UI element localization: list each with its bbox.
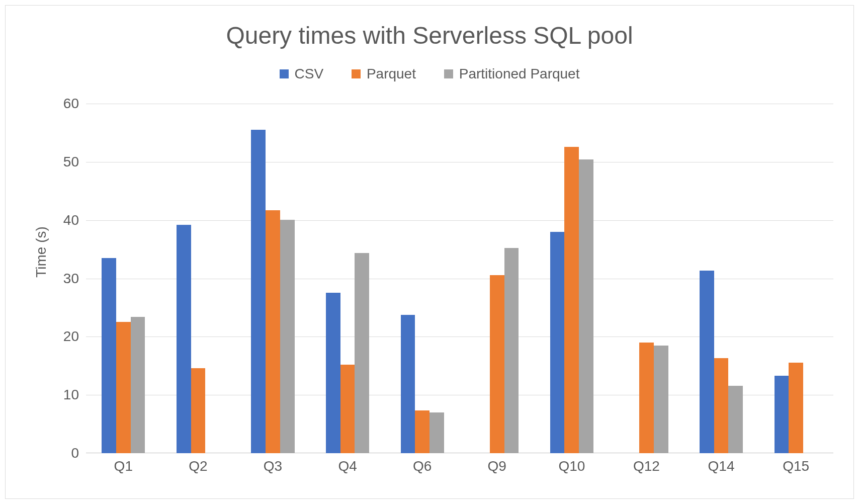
bar [550, 232, 565, 453]
y-tick-label: 60 [49, 96, 79, 112]
bar-group [385, 104, 460, 453]
x-tick-label: Q14 [684, 458, 759, 474]
y-tick-label: 10 [49, 387, 79, 403]
bar [728, 386, 743, 453]
bar-group [684, 104, 759, 453]
chart-legend: CSV Parquet Partitioned Parquet [6, 66, 853, 82]
legend-swatch-icon [444, 69, 453, 78]
bar [639, 343, 654, 453]
bar [789, 363, 803, 453]
bar-group [86, 104, 161, 453]
x-tick-label: Q12 [609, 458, 684, 474]
bar [116, 322, 131, 453]
bar [131, 317, 145, 453]
bar [280, 220, 295, 453]
bar [355, 253, 369, 453]
bar-group [609, 104, 684, 453]
bar [714, 358, 729, 453]
bar [326, 293, 340, 453]
y-tick-label: 0 [49, 445, 79, 461]
bar [340, 365, 355, 453]
x-tick-label: Q10 [535, 458, 610, 474]
columns [86, 104, 833, 453]
x-tick-label: Q6 [385, 458, 460, 474]
bar [401, 315, 415, 453]
x-tick-label: Q15 [758, 458, 833, 474]
y-tick-label: 40 [49, 212, 79, 228]
x-tick-label: Q2 [161, 458, 236, 474]
plot-area: 0102030405060Q1Q2Q3Q4Q6Q9Q10Q12Q14Q15 [86, 104, 833, 453]
bar [415, 410, 429, 453]
legend-item-csv: CSV [280, 66, 324, 82]
bar [775, 376, 789, 453]
bar [266, 210, 280, 453]
bar [700, 271, 714, 453]
legend-item-partitioned-parquet: Partitioned Parquet [444, 66, 580, 82]
legend-swatch-icon [280, 69, 289, 78]
legend-label: CSV [295, 66, 324, 82]
bar-group [535, 104, 610, 453]
legend-label: Parquet [367, 66, 416, 82]
bar [490, 275, 504, 453]
y-tick-label: 20 [49, 328, 79, 345]
legend-swatch-icon [352, 69, 361, 78]
bar [251, 130, 266, 453]
y-axis-label: Time (s) [33, 226, 49, 278]
x-tick-label: Q1 [86, 458, 161, 474]
chart-frame: Query times with Serverless SQL pool CSV… [5, 5, 854, 499]
bar [102, 258, 116, 453]
bar [579, 159, 593, 453]
bar [504, 248, 519, 453]
x-tick-label: Q4 [310, 458, 385, 474]
y-tick-label: 30 [49, 271, 79, 287]
bar-group [758, 104, 833, 453]
bar-group [460, 104, 535, 453]
bar [429, 412, 444, 453]
x-tick-label: Q3 [235, 458, 310, 474]
bar-group [161, 104, 236, 453]
bar [177, 225, 191, 453]
x-tick-label: Q9 [460, 458, 535, 474]
bar [564, 147, 579, 453]
bar-group [310, 104, 385, 453]
plot-inner: 0102030405060Q1Q2Q3Q4Q6Q9Q10Q12Q14Q15 [86, 104, 833, 453]
bar-group [235, 104, 310, 453]
y-tick-label: 50 [49, 154, 79, 170]
legend-item-parquet: Parquet [352, 66, 416, 82]
legend-label: Partitioned Parquet [459, 66, 580, 82]
chart-title: Query times with Serverless SQL pool [6, 22, 853, 49]
bar [191, 368, 206, 453]
bar [654, 346, 668, 453]
x-labels: Q1Q2Q3Q4Q6Q9Q10Q12Q14Q15 [86, 458, 833, 474]
